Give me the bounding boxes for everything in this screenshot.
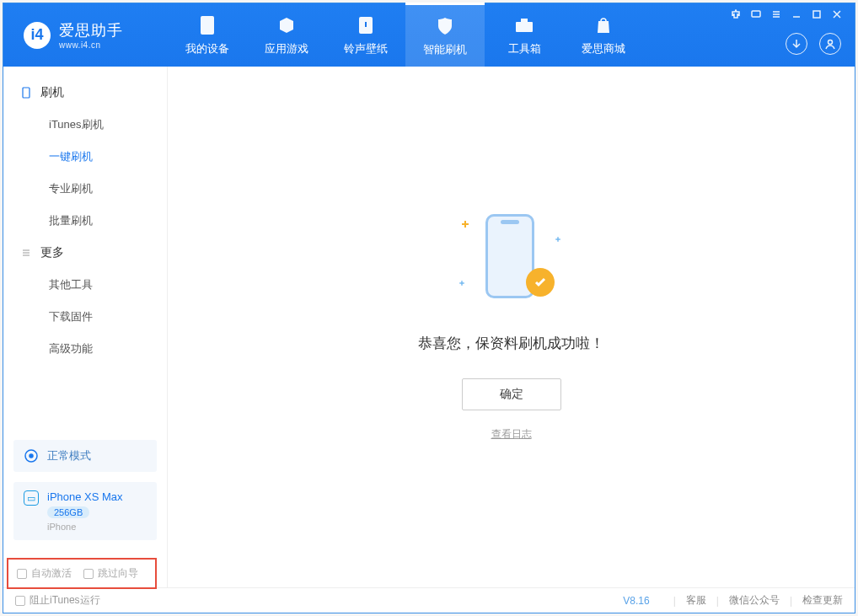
music-icon	[355, 14, 377, 36]
svg-rect-0	[201, 16, 214, 35]
block-itunes-checkbox[interactable]: 阻止iTunes运行	[15, 593, 100, 608]
auto-activate-checkbox[interactable]: 自动激活	[17, 566, 72, 581]
app-name: 爱思助手	[59, 20, 123, 40]
svg-rect-3	[521, 19, 528, 22]
feedback-icon[interactable]	[750, 8, 762, 20]
flash-options-highlight: 自动激活 跳过向导	[7, 558, 157, 589]
tab-label: 铃声壁纸	[344, 41, 388, 56]
tab-store[interactable]: 爱思商城	[564, 3, 643, 67]
svg-rect-5	[813, 11, 820, 18]
app-url: www.i4.cn	[59, 40, 123, 50]
tab-ring[interactable]: 铃声壁纸	[326, 3, 405, 67]
sidebar-item-firmware[interactable]: 下载固件	[3, 301, 167, 333]
device-card[interactable]: ▭ iPhone XS Max 256GB iPhone	[13, 482, 157, 540]
nav-tabs: 我的设备 应用游戏 铃声壁纸 智能刷机 工具箱 爱思商城	[168, 3, 643, 67]
update-link[interactable]: 检查更新	[802, 593, 843, 608]
support-link[interactable]: 客服	[686, 593, 706, 608]
footer: 阻止iTunes运行 V8.16 | 客服 | 微信公众号 | 检查更新	[3, 587, 855, 613]
close-icon[interactable]	[831, 8, 843, 20]
download-icon[interactable]	[786, 33, 807, 55]
sidebar-item-other[interactable]: 其他工具	[3, 269, 167, 301]
tab-flash[interactable]: 智能刷机	[405, 3, 485, 67]
bag-icon	[593, 14, 614, 36]
header: i4 爱思助手 www.i4.cn 我的设备 应用游戏 铃声壁纸 智能刷机	[3, 3, 855, 67]
svg-rect-7	[23, 88, 29, 98]
success-illustration	[457, 212, 566, 305]
shield-icon	[434, 15, 456, 37]
sidebar-item-adv[interactable]: 高级功能	[3, 333, 167, 365]
device-type: iPhone	[47, 522, 123, 532]
cube-icon	[276, 14, 298, 36]
tab-label: 爱思商城	[582, 41, 625, 56]
user-icon[interactable]	[819, 33, 841, 55]
section-label: 刷机	[40, 85, 64, 100]
list-icon	[20, 247, 32, 259]
section-label: 更多	[40, 245, 64, 260]
device-capacity: 256GB	[47, 506, 89, 518]
logo: i4 爱思助手 www.i4.cn	[3, 3, 168, 67]
main-panel: 恭喜您，保资料刷机成功啦！ 确定 查看日志	[168, 67, 855, 587]
tab-apps[interactable]: 应用游戏	[247, 3, 326, 67]
mode-indicator[interactable]: 正常模式	[13, 440, 157, 472]
checkbox-label: 自动激活	[31, 566, 72, 581]
checkbox-label: 阻止iTunes运行	[29, 593, 100, 608]
section-flash: 刷机	[3, 77, 167, 109]
version-label: V8.16	[623, 595, 649, 607]
tab-device[interactable]: 我的设备	[168, 3, 247, 67]
wechat-link[interactable]: 微信公众号	[729, 593, 780, 608]
menu-icon[interactable]	[770, 8, 782, 20]
sidebar: 刷机 iTunes刷机 一键刷机 专业刷机 批量刷机 更多 其他工具 下载固件 …	[3, 67, 168, 587]
phone-icon	[196, 14, 218, 36]
skip-guide-checkbox[interactable]: 跳过向导	[83, 566, 138, 581]
checkbox-label: 跳过向导	[98, 566, 138, 581]
skin-icon[interactable]	[730, 8, 742, 20]
section-more: 更多	[3, 237, 167, 269]
tab-label: 应用游戏	[265, 41, 308, 56]
svg-rect-4	[752, 11, 760, 17]
sidebar-item-pro[interactable]: 专业刷机	[3, 173, 167, 205]
tab-label: 我的设备	[185, 41, 229, 56]
device-icon: ▭	[24, 490, 39, 506]
logo-icon: i4	[24, 22, 51, 49]
maximize-icon[interactable]	[811, 8, 823, 20]
svg-point-9	[29, 454, 33, 458]
tab-label: 智能刷机	[423, 42, 467, 57]
ok-button[interactable]: 确定	[462, 378, 561, 410]
mode-icon	[24, 448, 39, 463]
phone-outline-icon	[20, 87, 32, 99]
device-name: iPhone XS Max	[47, 490, 123, 503]
success-message: 恭喜您，保资料刷机成功啦！	[418, 334, 604, 353]
check-badge-icon	[526, 268, 555, 297]
mode-label: 正常模式	[47, 448, 91, 463]
sidebar-item-itunes[interactable]: iTunes刷机	[3, 109, 167, 141]
svg-point-6	[829, 40, 833, 45]
sidebar-item-batch[interactable]: 批量刷机	[3, 205, 167, 237]
svg-rect-2	[516, 22, 533, 32]
view-log-link[interactable]: 查看日志	[491, 427, 532, 442]
tab-tools[interactable]: 工具箱	[485, 3, 564, 67]
sidebar-item-onekey[interactable]: 一键刷机	[3, 141, 167, 173]
window-controls	[730, 3, 846, 20]
tab-label: 工具箱	[508, 41, 541, 56]
toolbox-icon	[513, 14, 535, 36]
minimize-icon[interactable]	[791, 8, 802, 20]
